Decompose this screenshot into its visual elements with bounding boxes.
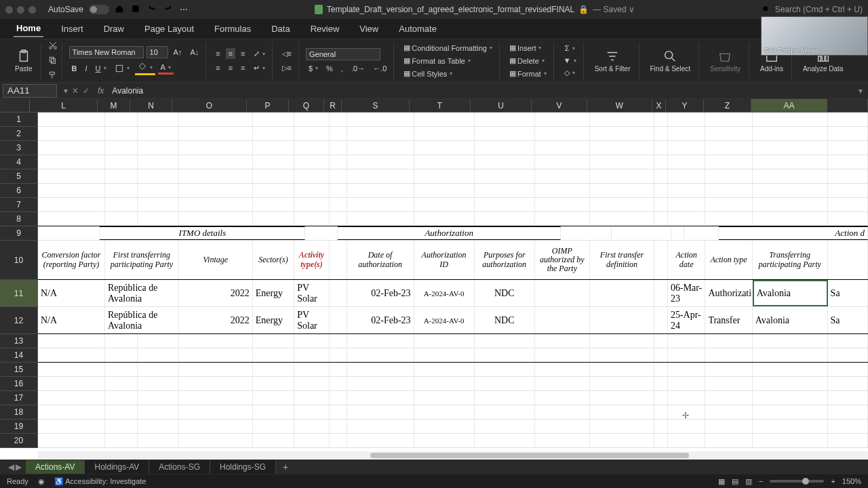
cell[interactable] <box>38 212 105 226</box>
insert-cells-button[interactable]: ▦ Insert <box>507 42 545 54</box>
cell[interactable] <box>253 405 294 419</box>
align-left-icon[interactable]: ≡ <box>213 62 222 73</box>
cell[interactable] <box>347 348 414 362</box>
cell[interactable]: Transferring participating Party <box>753 241 828 279</box>
cell[interactable] <box>179 212 253 226</box>
cell[interactable] <box>253 127 294 140</box>
sheet-tab-actions-sg[interactable]: Actions-SG <box>149 460 210 474</box>
cell[interactable] <box>138 127 179 140</box>
cell[interactable] <box>179 348 253 362</box>
cell[interactable] <box>347 127 414 140</box>
cell[interactable]: Transfer <box>705 307 752 333</box>
cell[interactable] <box>253 434 294 447</box>
cell[interactable] <box>753 348 828 362</box>
view-normal-icon[interactable]: ▦ <box>718 477 725 486</box>
cell[interactable] <box>347 377 414 390</box>
cell[interactable] <box>105 169 138 183</box>
cell[interactable] <box>828 169 868 183</box>
row-header-20[interactable]: 20 <box>0 434 38 448</box>
cell[interactable]: Sa <box>828 280 868 306</box>
cell[interactable] <box>347 169 414 183</box>
cell[interactable] <box>535 184 590 197</box>
cell[interactable] <box>330 127 347 140</box>
tab-draw[interactable]: Draw <box>101 21 127 37</box>
decrease-font-icon[interactable]: A↓ <box>187 47 201 58</box>
cell[interactable] <box>753 391 828 405</box>
cell[interactable] <box>414 405 475 419</box>
cell[interactable] <box>590 307 654 333</box>
column-header-Z[interactable]: Z <box>704 99 751 112</box>
cell[interactable] <box>138 198 179 211</box>
cell[interactable]: Authorization <box>705 280 752 306</box>
zoom-in-button[interactable]: + <box>831 477 835 485</box>
autosum-icon[interactable]: Σ <box>562 43 578 54</box>
italic-button[interactable]: I <box>83 63 90 74</box>
cell[interactable] <box>828 155 868 169</box>
cell[interactable] <box>305 226 338 240</box>
cell[interactable]: Conversion factor (reporting Party) <box>38 241 105 279</box>
next-sheet-icon[interactable]: ▶ <box>16 462 22 472</box>
column-header-M[interactable]: M <box>98 99 130 112</box>
cell[interactable] <box>654 377 668 390</box>
cell[interactable] <box>414 198 475 211</box>
tab-view[interactable]: View <box>357 21 381 37</box>
cell[interactable] <box>654 348 668 362</box>
cell[interactable]: Authorization <box>338 226 560 240</box>
cell[interactable] <box>590 127 654 140</box>
cell[interactable]: República de Avalonia <box>105 280 179 306</box>
align-middle-icon[interactable]: ≡ <box>226 48 235 59</box>
cell[interactable] <box>654 169 668 183</box>
cell[interactable] <box>38 113 105 126</box>
scrollbar-thumb[interactable] <box>370 453 689 458</box>
cell[interactable] <box>753 155 828 169</box>
cell[interactable] <box>828 127 868 140</box>
cell[interactable] <box>105 212 138 226</box>
cell[interactable]: Energy <box>253 307 294 333</box>
cell[interactable] <box>668 420 705 433</box>
cell[interactable] <box>590 334 654 348</box>
cell[interactable] <box>612 226 671 240</box>
currency-icon[interactable]: $ <box>306 63 321 74</box>
row-header-10[interactable]: 10 <box>0 241 38 280</box>
cell[interactable] <box>138 155 179 169</box>
cell[interactable] <box>654 212 668 226</box>
cell[interactable] <box>414 127 475 140</box>
cell[interactable] <box>253 391 294 405</box>
cell[interactable] <box>590 363 654 376</box>
cell[interactable] <box>654 363 668 376</box>
cell[interactable] <box>138 184 179 197</box>
cell-styles-button[interactable]: ▦ Cell Styles <box>401 68 455 79</box>
cell[interactable] <box>347 184 414 197</box>
view-page-layout-icon[interactable]: ▤ <box>732 477 738 486</box>
zoom-level[interactable]: 150% <box>842 477 861 485</box>
search-bar[interactable]: Search (Cmd + Ctrl + U) <box>762 5 863 14</box>
cell[interactable]: Action date <box>668 241 705 279</box>
cell[interactable] <box>294 169 330 183</box>
cell[interactable] <box>38 127 105 140</box>
cell[interactable] <box>330 377 347 390</box>
cell[interactable] <box>330 420 347 433</box>
cell[interactable]: Action type <box>705 241 752 279</box>
cell[interactable] <box>705 198 752 211</box>
cell[interactable] <box>668 155 705 169</box>
conditional-formatting-button[interactable]: ▦ Conditional Formatting <box>401 42 495 54</box>
cell[interactable] <box>105 113 138 126</box>
row-header-6[interactable]: 6 <box>0 184 38 198</box>
bold-button[interactable]: B <box>69 63 80 74</box>
decrease-decimal-icon[interactable]: ←.0 <box>370 63 389 74</box>
cell[interactable] <box>38 405 105 419</box>
cell[interactable] <box>179 184 253 197</box>
cell[interactable] <box>668 334 705 348</box>
font-size-select[interactable] <box>146 46 168 58</box>
cell[interactable] <box>330 198 347 211</box>
cell[interactable] <box>105 377 138 390</box>
underline-button[interactable]: U <box>93 63 109 74</box>
cell[interactable] <box>38 420 105 433</box>
row-header-15[interactable]: 15 <box>0 363 38 377</box>
cell[interactable]: Date of authorization <box>347 241 414 279</box>
align-center-icon[interactable]: ≡ <box>226 62 235 73</box>
horizontal-scrollbar[interactable] <box>38 451 868 460</box>
cell[interactable] <box>753 334 828 348</box>
cell[interactable] <box>705 184 752 197</box>
cell[interactable] <box>535 155 590 169</box>
